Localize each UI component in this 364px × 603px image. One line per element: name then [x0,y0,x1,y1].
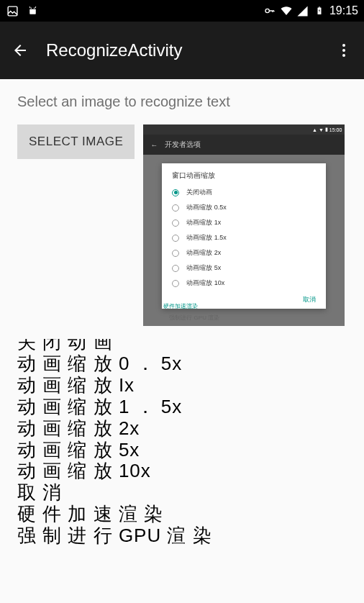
result-line: 动 画 缩 放 1 ． 5x [17,396,347,418]
preview-wifi-icon: ▼ [319,127,324,132]
image-preview: ▲ ▼ ▮ 15:00 ← 开发者选项 窗口动画缩放 关闭动画 动画缩放 0.5… [143,124,345,326]
result-line: 动 画 缩 放 2x [17,418,347,440]
app-title: RecognizeActivity [46,40,335,60]
preview-dialog-title: 窗口动画缩放 [162,171,326,185]
preview-clock: 15:00 [329,127,342,132]
svg-rect-0 [8,6,17,16]
preview-signal-icon: ▲ [312,127,317,132]
radio-icon [172,280,179,287]
preview-bottom-text: 硬件加速渲染 [163,302,198,310]
preview-option: 动画缩放 0.5x [162,200,326,215]
preview-option: 动画缩放 2x [162,245,326,260]
ocr-results: 关 闭 动 画 动 画 缩 放 0 ． 5x 动 画 缩 放 Ix 动 画 缩 … [17,339,347,547]
radio-selected-icon [172,189,179,196]
result-line: 动 画 缩 放 10x [17,461,347,482]
result-line: 关 闭 动 画 [17,339,347,353]
svg-point-2 [30,7,31,8]
preview-header: ← 开发者选项 [143,135,345,155]
app-bar: RecognizeActivity [0,22,364,79]
result-line: 动 画 缩 放 Ix [17,375,347,396]
preview-option: 关闭动画 [162,185,326,200]
svg-point-3 [33,7,34,8]
back-button[interactable] [12,42,29,59]
preview-dialog: 窗口动画缩放 关闭动画 动画缩放 0.5x 动画缩放 1x 动画缩放 1.5x … [162,163,326,309]
preview-battery-icon: ▮ [325,127,328,132]
image-icon [6,4,19,17]
radio-icon [172,204,179,212]
vpn-key-icon [263,4,276,17]
signal-icon [296,4,309,17]
preview-option: 动画缩放 1.5x [162,230,326,245]
result-line: 动 画 缩 放 5x [17,440,347,461]
overflow-menu-button[interactable] [335,42,352,59]
subtitle: Select an image to recognize text [17,94,347,110]
battery-charging-icon [313,4,326,17]
result-line: 硬 件 加 速 渲 染 [17,504,347,525]
result-line: 强 制 进 行 GPU 渲 染 [17,525,347,547]
preview-option: 动画缩放 1x [162,215,326,230]
radio-icon [172,219,179,227]
select-image-button[interactable]: SELECT IMAGE [17,124,135,159]
radio-icon [172,250,179,257]
svg-rect-1 [29,9,36,14]
preview-back-icon: ← [150,141,158,149]
preview-status-bar: ▲ ▼ ▮ 15:00 [143,124,345,135]
main-content: Select an image to recognize text SELECT… [0,79,364,561]
radio-icon [172,265,179,272]
radio-icon [172,235,179,242]
result-line: 取 消 [17,482,347,504]
status-clock: 19:15 [329,4,358,17]
wifi-icon [280,4,293,17]
preview-header-title: 开发者选项 [165,140,201,150]
preview-option: 动画缩放 10x [162,276,326,291]
status-bar: 19:15 [0,0,364,22]
result-line: 动 画 缩 放 0 ． 5x [17,353,347,375]
svg-point-4 [265,9,269,12]
svg-rect-6 [319,7,320,8]
preview-option: 动画缩放 5x [162,260,326,276]
preview-bottom-text2: 强制进行 GPU 渲染 [169,314,219,322]
android-icon [26,4,39,17]
